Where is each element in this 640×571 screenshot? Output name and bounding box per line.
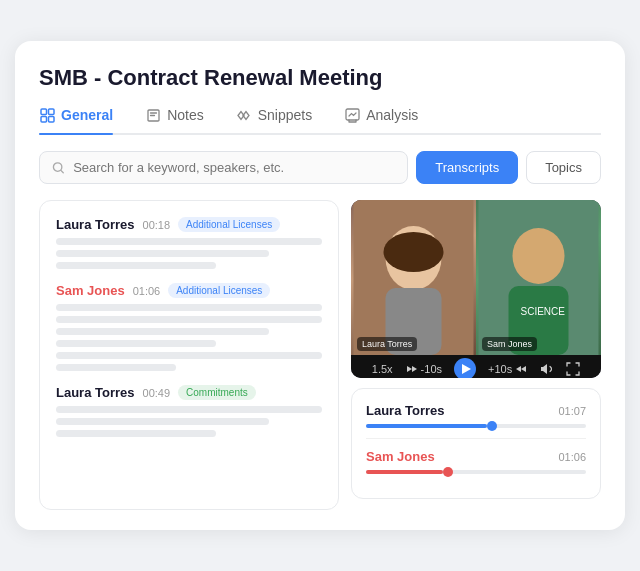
tab-general[interactable]: General <box>39 107 113 133</box>
video-grid: Laura Torres SCIENCE Sam Jones <box>351 200 601 355</box>
speed-btn[interactable]: 1.5x <box>372 363 393 375</box>
line <box>56 250 269 257</box>
rewind-label: -10s <box>421 363 442 375</box>
speaker-header-2: Sam Jones 01:06 Additional Licenses <box>56 283 322 298</box>
audio-bar-fill-1 <box>366 424 487 428</box>
line <box>56 340 216 347</box>
transcript-lines-3 <box>56 406 322 437</box>
forward-btn[interactable]: +10s <box>488 362 528 376</box>
audio-dot-2 <box>443 467 453 477</box>
transcript-block-1: Laura Torres 00:18 Additional Licenses <box>56 217 322 269</box>
svg-text:SCIENCE: SCIENCE <box>521 306 566 317</box>
audio-time-1: 01:07 <box>558 405 586 417</box>
main-card: SMB - Contract Renewal Meeting General <box>15 41 625 530</box>
play-button[interactable] <box>454 358 476 378</box>
video-cell-left: Laura Torres <box>351 200 476 355</box>
audio-time-2: 01:06 <box>558 451 586 463</box>
fullscreen-btn[interactable] <box>566 362 580 376</box>
video-container: Laura Torres SCIENCE Sam Jones <box>351 200 601 378</box>
speaker-name-1: Laura Torres <box>56 217 135 232</box>
line <box>56 304 322 311</box>
tab-snippets-label: Snippets <box>258 107 312 123</box>
forward-icon <box>514 362 528 376</box>
person-left-bg <box>351 200 476 355</box>
search-box[interactable] <box>39 151 408 184</box>
audio-name-2: Sam Jones <box>366 449 435 464</box>
tab-notes-label: Notes <box>167 107 204 123</box>
speaker-header-3: Laura Torres 00:49 Commitments <box>56 385 322 400</box>
transcript-block-2: Sam Jones 01:06 Additional Licenses <box>56 283 322 371</box>
transcript-block-3: Laura Torres 00:49 Commitments <box>56 385 322 437</box>
speaker-header-1: Laura Torres 00:18 Additional Licenses <box>56 217 322 232</box>
notes-icon <box>145 107 161 123</box>
video-controls: 1.5x -10s +10s <box>351 355 601 378</box>
search-row: Transcripts Topics <box>39 151 601 184</box>
audio-divider <box>366 438 586 439</box>
tab-analysis[interactable]: Analysis <box>344 107 418 133</box>
search-icon <box>52 161 65 175</box>
volume-btn[interactable] <box>540 362 554 376</box>
speaker-time-1: 00:18 <box>143 219 171 231</box>
search-input[interactable] <box>73 160 395 175</box>
analysis-icon <box>344 107 360 123</box>
transcript-panel: Laura Torres 00:18 Additional Licenses S… <box>39 200 339 510</box>
transcript-lines-1 <box>56 238 322 269</box>
svg-rect-3 <box>48 116 54 122</box>
video-label-left: Laura Torres <box>357 337 417 351</box>
page-title: SMB - Contract Renewal Meeting <box>39 65 601 91</box>
tab-general-label: General <box>61 107 113 123</box>
person-left-svg <box>351 200 476 355</box>
general-icon <box>39 107 55 123</box>
transcripts-filter-btn[interactable]: Transcripts <box>416 151 518 184</box>
svg-rect-0 <box>41 109 47 115</box>
svg-point-11 <box>513 228 565 284</box>
svg-rect-2 <box>41 116 47 122</box>
transcript-lines-2 <box>56 304 322 371</box>
tab-analysis-label: Analysis <box>366 107 418 123</box>
play-icon <box>462 364 471 374</box>
video-cell-right: SCIENCE Sam Jones <box>476 200 601 355</box>
rewind-btn[interactable]: -10s <box>405 362 442 376</box>
audio-bar-bg-2[interactable] <box>366 470 586 474</box>
main-content: Laura Torres 00:18 Additional Licenses S… <box>39 200 601 510</box>
line <box>56 430 216 437</box>
audio-header-2: Sam Jones 01:06 <box>366 449 586 464</box>
speaker-tag-2: Additional Licenses <box>168 283 270 298</box>
fullscreen-icon <box>566 362 580 376</box>
speaker-name-2: Sam Jones <box>56 283 125 298</box>
line <box>56 352 322 359</box>
audio-row-1: Laura Torres 01:07 <box>366 403 586 428</box>
forward-label: +10s <box>488 363 512 375</box>
speaker-name-3: Laura Torres <box>56 385 135 400</box>
audio-header-1: Laura Torres 01:07 <box>366 403 586 418</box>
speaker-time-2: 01:06 <box>133 285 161 297</box>
svg-rect-1 <box>48 109 54 115</box>
audio-dot-1 <box>487 421 497 431</box>
tab-notes[interactable]: Notes <box>145 107 204 133</box>
line <box>56 328 269 335</box>
rewind-icon <box>405 362 419 376</box>
line <box>56 418 269 425</box>
audio-row-2: Sam Jones 01:06 <box>366 449 586 474</box>
svg-point-8 <box>384 232 444 272</box>
right-panel: Laura Torres SCIENCE Sam Jones <box>351 200 601 510</box>
line <box>56 238 322 245</box>
audio-bar-fill-2 <box>366 470 443 474</box>
person-right-svg: SCIENCE <box>476 200 601 355</box>
line <box>56 316 322 323</box>
line <box>56 364 176 371</box>
person-right-bg: SCIENCE <box>476 200 601 355</box>
tab-bar: General Notes Snippets <box>39 107 601 135</box>
tab-snippets[interactable]: Snippets <box>236 107 312 133</box>
audio-panel: Laura Torres 01:07 Sam Jones 01:06 <box>351 388 601 499</box>
topics-filter-btn[interactable]: Topics <box>526 151 601 184</box>
line <box>56 406 322 413</box>
snippets-icon <box>236 107 252 123</box>
video-label-right: Sam Jones <box>482 337 537 351</box>
line <box>56 262 216 269</box>
speaker-tag-1: Additional Licenses <box>178 217 280 232</box>
speaker-tag-3: Commitments <box>178 385 256 400</box>
audio-bar-bg-1[interactable] <box>366 424 586 428</box>
speaker-time-3: 00:49 <box>143 387 171 399</box>
audio-name-1: Laura Torres <box>366 403 445 418</box>
